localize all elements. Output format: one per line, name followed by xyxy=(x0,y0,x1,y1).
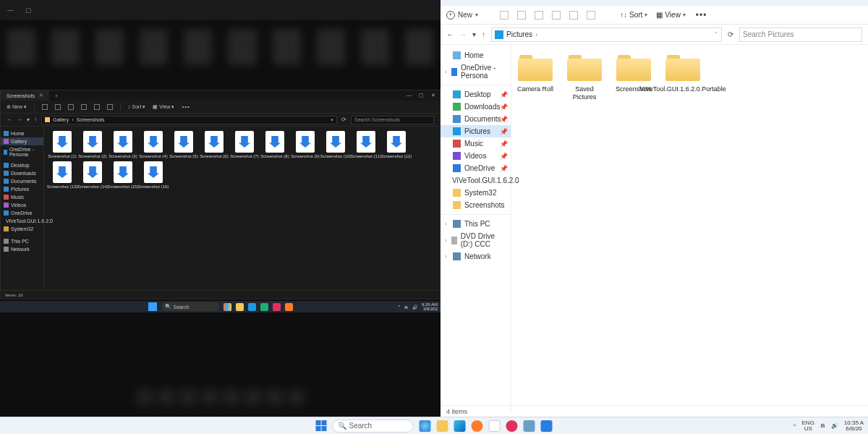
minimize-icon[interactable]: — xyxy=(407,93,412,98)
breadcrumb[interactable]: Gallery › Screenshots ▾ xyxy=(41,116,337,124)
delete-icon[interactable] xyxy=(587,11,595,20)
edge-icon[interactable] xyxy=(454,420,466,432)
sidebar-item-desktop[interactable]: Desktop xyxy=(1,161,43,169)
file-item[interactable]: Screenshot (5) xyxy=(169,131,199,158)
sidebar-item-desktop[interactable]: Desktop📌 xyxy=(441,88,511,101)
app-icon[interactable] xyxy=(541,420,553,432)
search-input[interactable]: Search Pictures xyxy=(739,27,862,42)
refresh-icon[interactable]: ⟳ xyxy=(728,30,733,38)
chevron-up-icon[interactable]: ^ xyxy=(793,422,796,429)
volume-icon[interactable]: 🔊 xyxy=(412,305,417,310)
file-item[interactable]: Screenshot (13) xyxy=(47,161,77,189)
share-icon[interactable] xyxy=(569,11,578,20)
tab-screenshots[interactable]: Screenshots ✕ xyxy=(1,90,49,101)
sidebar-item-videos[interactable]: Videos xyxy=(1,201,43,209)
copilot-icon[interactable] xyxy=(224,303,231,311)
chevron-down-icon[interactable]: ▾ xyxy=(331,117,333,123)
edge-icon[interactable] xyxy=(248,303,256,311)
file-item[interactable]: Screenshot (6) xyxy=(199,131,229,158)
sidebar-item-music[interactable]: Music📌 xyxy=(441,137,511,150)
language-indicator[interactable]: ENGUS xyxy=(802,420,814,432)
copy-icon[interactable] xyxy=(517,11,526,20)
chevron-down-icon[interactable]: ˅ xyxy=(715,31,718,38)
sidebar-item-dvd[interactable]: ›DVD Drive (D:) CCC xyxy=(441,230,511,250)
folder-item[interactable]: Camera Roll xyxy=(516,55,555,93)
sidebar-item-documents[interactable]: Documents📌 xyxy=(441,113,511,125)
firefox-icon[interactable] xyxy=(285,303,293,311)
sidebar-item-onedrive2[interactable]: OneDrive📌 xyxy=(441,162,511,174)
cut-icon[interactable] xyxy=(500,11,509,20)
sidebar-item-pictures[interactable]: Pictures xyxy=(1,185,43,193)
sidebar-item-screenshots[interactable]: Screenshots xyxy=(441,199,511,211)
sidebar-item-home[interactable]: Home xyxy=(441,49,511,61)
taskbar-search[interactable]: 🔍 Search xyxy=(333,420,414,433)
volume-icon[interactable]: 🔊 xyxy=(831,422,838,429)
share-icon[interactable] xyxy=(94,104,100,110)
file-item[interactable]: Screenshot (8) xyxy=(260,131,290,158)
file-item[interactable]: Screenshot (9) xyxy=(290,131,320,158)
chevron-down-icon[interactable]: ▾ xyxy=(472,30,476,38)
sidebar-item-vivetool[interactable]: ViVeTool.GUI.1.6.2.0 xyxy=(441,174,511,187)
file-item[interactable]: Screenshot (7) xyxy=(229,131,260,158)
new-tab-button[interactable]: ＋ xyxy=(49,92,64,100)
folder-item[interactable]: ViVeTool.GUI.1.6.2.0.Portable xyxy=(663,55,702,93)
copy-icon[interactable] xyxy=(55,104,61,110)
rename-icon[interactable] xyxy=(81,104,87,110)
chevron-down-icon[interactable]: ▾ xyxy=(27,116,30,123)
sidebar-item-videos[interactable]: Videos📌 xyxy=(441,150,511,162)
sidebar-item-system32[interactable]: System32 xyxy=(441,187,511,199)
rename-icon[interactable] xyxy=(552,11,561,20)
file-item[interactable]: Screenshot (15) xyxy=(108,161,138,189)
explorer-icon[interactable] xyxy=(437,420,448,432)
sidebar-item-home[interactable]: Home xyxy=(1,129,43,137)
paste-icon[interactable] xyxy=(68,104,74,110)
view-button[interactable]: ▦ View ▾ xyxy=(656,11,686,19)
firefox-icon[interactable] xyxy=(472,420,483,432)
start-icon[interactable] xyxy=(316,420,327,431)
up-icon[interactable]: ↑ xyxy=(34,116,37,123)
back-icon[interactable]: ← xyxy=(446,30,454,38)
breadcrumb[interactable]: Pictures › ˅ xyxy=(491,27,722,42)
sort-button[interactable]: ↑↓ Sort ▾ xyxy=(620,11,647,19)
sidebar-item-network[interactable]: Network xyxy=(1,245,43,253)
file-item[interactable]: Screenshot (10) xyxy=(320,131,351,158)
back-icon[interactable]: ← xyxy=(7,116,12,123)
sidebar-item-downloads[interactable]: Downloads xyxy=(1,169,43,177)
sidebar-item-network[interactable]: ›Network xyxy=(441,250,511,263)
wifi-icon[interactable]: ⋒ xyxy=(820,422,825,429)
close-icon[interactable]: ✕ xyxy=(431,93,435,98)
close-tab-icon[interactable]: ✕ xyxy=(39,93,43,98)
cut-icon[interactable] xyxy=(42,104,48,110)
chevron-up-icon[interactable]: ^ xyxy=(398,305,400,309)
sidebar-item-onedrive2[interactable]: OneDrive xyxy=(1,209,43,217)
clock[interactable]: 10:35 A6/8/20 xyxy=(844,420,864,432)
more-icon[interactable]: ••• xyxy=(182,103,190,110)
notepad-icon[interactable] xyxy=(489,420,501,432)
folder-item[interactable]: Saved Pictures xyxy=(565,55,604,101)
file-item[interactable]: Screenshot (1) xyxy=(47,131,77,158)
file-item[interactable]: Screenshot (12) xyxy=(381,131,412,158)
file-item[interactable]: Screenshot (2) xyxy=(77,131,108,158)
sidebar-item-system32[interactable]: System32 xyxy=(1,225,43,233)
forward-icon[interactable]: → xyxy=(459,30,467,38)
up-icon[interactable]: ↑ xyxy=(482,30,485,38)
paste-icon[interactable] xyxy=(535,11,543,20)
taskbar-search[interactable]: 🔍 Search xyxy=(161,302,219,311)
file-item[interactable]: Screenshot (14) xyxy=(77,161,108,189)
refresh-icon[interactable]: ⟳ xyxy=(341,116,346,123)
sidebar-item-thispc[interactable]: ›This PC xyxy=(441,218,511,230)
file-item[interactable]: Screenshot (16) xyxy=(138,161,169,189)
sidebar-item-gallery[interactable]: Gallery xyxy=(1,137,43,145)
sidebar-item-documents[interactable]: Documents xyxy=(1,177,43,185)
forward-icon[interactable]: → xyxy=(17,116,22,123)
file-item[interactable]: Screenshot (3) xyxy=(108,131,138,158)
search-input[interactable]: Search Screenshots xyxy=(351,116,434,124)
sidebar-item-vivetool[interactable]: ViVeTool.GUI.1.6.2.0 xyxy=(1,217,43,225)
maximize-icon[interactable]: ▢ xyxy=(419,93,424,98)
explorer-icon[interactable] xyxy=(236,303,244,311)
opera-icon[interactable] xyxy=(506,420,518,432)
sidebar-item-onedrive[interactable]: OneDrive - Persona xyxy=(1,145,43,158)
sidebar-item-onedrive[interactable]: ›OneDrive - Persona xyxy=(441,61,511,82)
sidebar-item-music[interactable]: Music xyxy=(1,193,43,201)
settings-icon[interactable] xyxy=(524,420,535,432)
